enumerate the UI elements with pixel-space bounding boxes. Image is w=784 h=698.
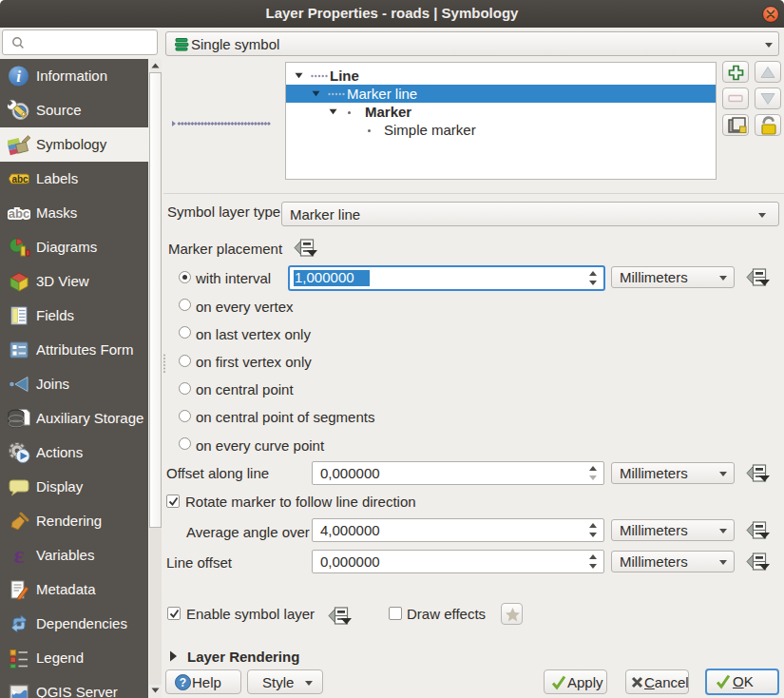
- svg-text:ε: ε: [13, 544, 24, 567]
- svg-text:abc: abc: [9, 206, 29, 221]
- svg-text:abc: abc: [11, 174, 29, 184]
- svg-text:i: i: [16, 68, 21, 86]
- svg-text:?: ?: [180, 676, 186, 689]
